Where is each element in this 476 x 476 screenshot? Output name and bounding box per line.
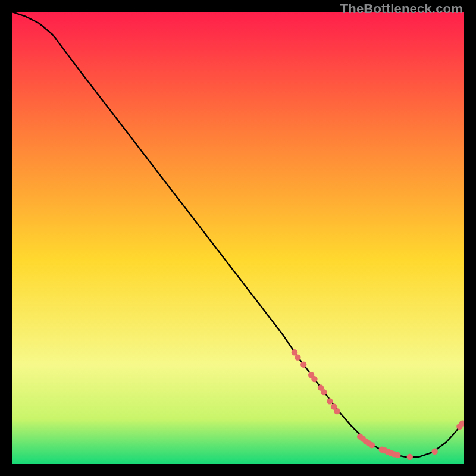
- watermark-text: TheBottleneck.com: [340, 1, 463, 17]
- data-marker: [300, 362, 306, 368]
- data-marker: [321, 389, 327, 395]
- curve-layer: [12, 12, 464, 464]
- data-marker: [394, 452, 400, 458]
- data-marker: [334, 408, 340, 414]
- data-marker: [369, 442, 375, 448]
- data-marker: [311, 376, 317, 382]
- data-marker: [431, 449, 437, 455]
- chart-stage: TheBottleneck.com: [0, 0, 476, 476]
- data-marker: [327, 398, 333, 404]
- curve-markers: [292, 349, 464, 460]
- data-marker: [295, 354, 300, 360]
- bottleneck-curve: [12, 12, 464, 457]
- data-marker: [407, 454, 413, 460]
- plot-area: [12, 12, 464, 464]
